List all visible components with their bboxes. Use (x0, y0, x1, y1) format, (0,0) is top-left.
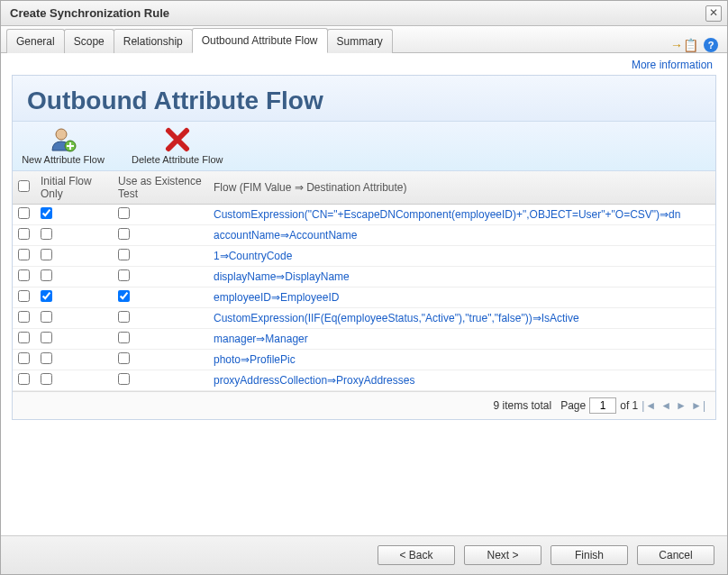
tab-relationship[interactable]: Relationship (114, 29, 193, 53)
page-first-icon[interactable]: |◄ (642, 399, 657, 412)
tab-summary[interactable]: Summary (327, 29, 393, 53)
flow-expression-link[interactable]: 1⇒CountryCode (214, 250, 292, 262)
tab-scope[interactable]: Scope (64, 29, 114, 53)
row-select-checkbox[interactable] (18, 311, 30, 323)
delete-icon (163, 125, 192, 154)
titlebar: Create Synchronization Rule ✕ (1, 1, 727, 26)
new-attribute-flow-button[interactable]: New Attribute Flow (18, 125, 108, 165)
page-label: Page (560, 399, 586, 412)
flow-expression-link[interactable]: proxyAddressCollection⇒ProxyAddresses (214, 374, 414, 387)
close-icon[interactable]: ✕ (705, 5, 722, 22)
row-select-checkbox[interactable] (18, 228, 30, 240)
table-row[interactable]: CustomExpression(IIF(Eq(employeeStatus,"… (13, 308, 715, 329)
existence-test-checkbox[interactable] (118, 352, 130, 364)
panel-head: Outbound Attribute Flow (13, 76, 715, 121)
row-select-checkbox[interactable] (18, 332, 30, 343)
tab-outbound-attribute-flow[interactable]: Outbound Attribute Flow (192, 28, 328, 53)
user-add-icon (49, 125, 77, 154)
delete-attribute-flow-button[interactable]: Delete Attribute Flow (132, 125, 223, 165)
finish-button[interactable]: Finish (551, 545, 628, 565)
flow-expression-link[interactable]: manager⇒Manager (214, 333, 308, 345)
row-select-checkbox[interactable] (18, 207, 30, 219)
row-select-checkbox[interactable] (18, 290, 30, 302)
svg-point-0 (56, 129, 67, 140)
goto-icon[interactable]: →📋 (670, 38, 698, 52)
table-row[interactable]: displayName⇒DisplayName (13, 267, 715, 288)
existence-test-checkbox[interactable] (118, 332, 130, 343)
attribute-flow-grid: Initial Flow Only Use as Existence Test … (13, 171, 715, 391)
existence-test-checkbox[interactable] (118, 269, 130, 281)
tabstrip: General Scope Relationship Outbound Attr… (1, 26, 727, 53)
flow-expression-link[interactable]: CustomExpression(IIF(Eq(employeeStatus,"… (214, 312, 579, 324)
page-next-icon[interactable]: ► (676, 399, 687, 412)
initial-flow-checkbox[interactable] (41, 207, 52, 219)
existence-test-checkbox[interactable] (118, 249, 130, 260)
col-flow[interactable]: Flow (FIM Value ⇒ Destination Attribute) (208, 171, 715, 205)
table-row[interactable]: employeeID⇒EmployeeID (13, 288, 715, 308)
help-icon[interactable]: ? (704, 38, 718, 52)
page-title: Outbound Attribute Flow (27, 87, 701, 115)
page-of: of 1 (620, 399, 638, 412)
table-row[interactable]: proxyAddressCollection⇒ProxyAddresses (13, 370, 715, 391)
more-information-link[interactable]: More information (632, 59, 713, 71)
dialog: Create Synchronization Rule ✕ General Sc… (0, 0, 728, 575)
new-attribute-flow-label: New Attribute Flow (22, 154, 105, 165)
flow-expression-link[interactable]: accountName⇒AccountName (214, 229, 357, 242)
table-row[interactable]: photo⇒ProfilePic (13, 350, 715, 370)
table-row[interactable]: manager⇒Manager (13, 329, 715, 350)
next-button[interactable]: Next > (464, 545, 541, 565)
flow-expression-link[interactable]: CustomExpression("CN="+EscapeDNComponent… (214, 208, 680, 221)
pager: 9 items total Page of 1 |◄ ◄ ► ►| (13, 391, 715, 419)
flow-expression-link[interactable]: displayName⇒DisplayName (214, 270, 350, 283)
flow-expression-link[interactable]: employeeID⇒EmployeeID (214, 291, 339, 304)
table-row[interactable]: accountName⇒AccountName (13, 225, 715, 246)
table-row[interactable]: CustomExpression("CN="+EscapeDNComponent… (13, 205, 715, 225)
initial-flow-checkbox[interactable] (41, 311, 52, 323)
panel: Outbound Attribute Flow New Attribute Fl… (12, 75, 716, 420)
row-select-checkbox[interactable] (18, 373, 30, 385)
select-all-checkbox[interactable] (18, 180, 30, 192)
existence-test-checkbox[interactable] (118, 373, 130, 385)
back-button[interactable]: < Back (378, 545, 455, 565)
initial-flow-checkbox[interactable] (41, 228, 52, 240)
content: Outbound Attribute Flow New Attribute Fl… (1, 73, 727, 535)
toolbar: New Attribute Flow Delete Attribute Flow (13, 121, 715, 171)
col-initial[interactable]: Initial Flow Only (35, 171, 113, 205)
row-select-checkbox[interactable] (18, 352, 30, 364)
page-input[interactable] (589, 397, 616, 414)
footer: < Back Next > Finish Cancel (1, 535, 727, 574)
initial-flow-checkbox[interactable] (41, 290, 52, 302)
row-select-checkbox[interactable] (18, 249, 30, 260)
existence-test-checkbox[interactable] (118, 311, 130, 323)
initial-flow-checkbox[interactable] (41, 373, 52, 385)
row-select-checkbox[interactable] (18, 269, 30, 281)
dialog-title: Create Synchronization Rule (10, 6, 169, 20)
flow-expression-link[interactable]: photo⇒ProfilePic (214, 353, 296, 366)
initial-flow-checkbox[interactable] (41, 249, 52, 260)
table-row[interactable]: 1⇒CountryCode (13, 246, 715, 267)
items-total: 9 items total (493, 399, 551, 412)
page-last-icon[interactable]: ►| (691, 399, 706, 412)
initial-flow-checkbox[interactable] (41, 269, 52, 281)
cancel-button[interactable]: Cancel (637, 545, 714, 565)
page-prev-icon[interactable]: ◄ (660, 399, 672, 412)
tab-general[interactable]: General (6, 29, 65, 53)
more-info-bar: More information (1, 53, 727, 73)
col-existence[interactable]: Use as Existence Test (113, 171, 208, 205)
existence-test-checkbox[interactable] (118, 207, 130, 219)
initial-flow-checkbox[interactable] (41, 352, 52, 364)
delete-attribute-flow-label: Delete Attribute Flow (132, 154, 223, 165)
initial-flow-checkbox[interactable] (41, 332, 52, 343)
existence-test-checkbox[interactable] (118, 228, 130, 240)
existence-test-checkbox[interactable] (118, 290, 130, 302)
